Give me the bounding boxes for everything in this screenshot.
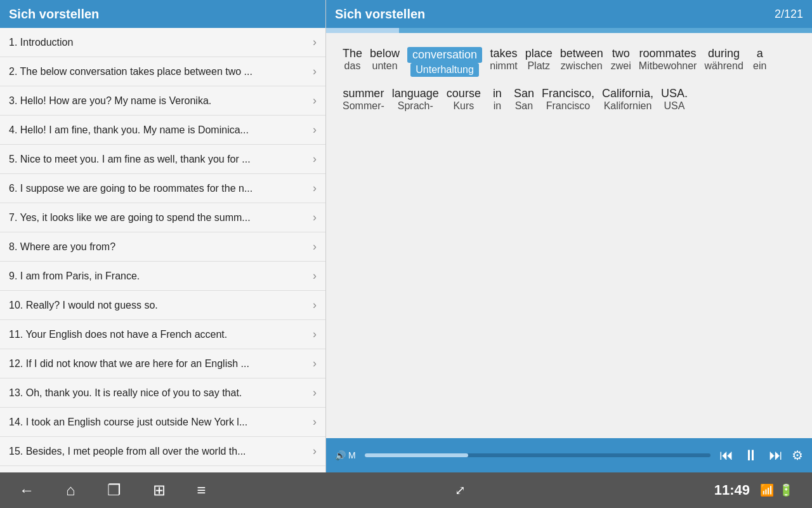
word-english: place [525, 47, 553, 60]
word-german: Francisco [546, 100, 590, 112]
nav-right: 11:49 📶 🔋 [714, 482, 793, 498]
word-english: conversation [407, 47, 482, 63]
word-german: in [494, 100, 501, 112]
menu-button[interactable]: ≡ [197, 481, 206, 499]
translation-content: ThedasbelowuntenconversationUnterhaltung… [326, 33, 812, 438]
list-item-text: 14. I took an English course just outsid… [9, 417, 247, 428]
word-cell: takesnimmt [486, 46, 521, 73]
word-german: unten [372, 60, 398, 72]
page-number: 2/121 [775, 8, 803, 21]
chevron-icon: › [313, 240, 317, 253]
word-english: takes [490, 47, 517, 60]
list-item-text: 5. Nice to meet you. I am fine as well, … [9, 154, 251, 165]
nav-icons: ← ⌂ ❐ ⊞ ≡ [19, 481, 206, 499]
list-item[interactable]: 14. I took an English course just outsid… [0, 408, 325, 437]
left-title: Sich vorstellen [9, 7, 99, 22]
volume-icon: 🔊 [335, 450, 346, 460]
word-cell: duringwährend [700, 46, 747, 73]
progress-bar-fill [326, 28, 399, 33]
chevron-icon: › [313, 123, 317, 137]
volume-control: 🔊 M [335, 450, 356, 460]
list-item[interactable]: 3. Hello! How are you? My name is Veroni… [0, 86, 325, 116]
list-item-text: 6. I suppose we are going to be roommate… [9, 183, 252, 194]
player-controls: ⏮ ⏸ ⏭ [719, 446, 783, 464]
word-cell: courseKurs [443, 86, 485, 113]
word-english: language [392, 87, 439, 100]
list-item[interactable]: 4. Hello! I am fine, thank you. My name … [0, 116, 325, 145]
chevron-icon: › [313, 65, 317, 78]
wifi-icon: 📶 [760, 483, 774, 497]
word-english: summer [343, 87, 384, 100]
list-item[interactable]: 13. Oh, thank you. It is really nice of … [0, 378, 325, 408]
word-cell: California,Kalifornien [598, 86, 657, 113]
list-item-text: 12. If I did not know that we are here f… [9, 358, 249, 370]
chevron-icon: › [313, 152, 317, 166]
list-item[interactable]: 5. Nice to meet you. I am fine as well, … [0, 145, 325, 174]
word-cell: belowunten [366, 46, 403, 73]
word-english: below [370, 47, 400, 60]
list-item[interactable]: 11. Your English does not have a French … [0, 320, 325, 349]
word-german: das [344, 60, 361, 72]
word-english: The [343, 47, 362, 60]
chevron-icon: › [313, 36, 317, 49]
translation-row: ThedasbelowuntenconversationUnterhaltung… [339, 46, 799, 78]
settings-button[interactable]: ⚙ [792, 448, 803, 463]
status-icons: 📶 🔋 [760, 483, 793, 497]
word-german: Kurs [453, 100, 474, 112]
word-german: Platz [527, 60, 550, 72]
list-item[interactable]: 12. If I did not know that we are here f… [0, 349, 325, 378]
list-item-text: 13. Oh, thank you. It is really nice of … [9, 387, 242, 399]
word-german: Sommer- [343, 100, 384, 112]
list-item-text: 1. Introduction [9, 37, 73, 48]
word-english: USA. [661, 87, 688, 100]
list-item[interactable]: 16. Chatting with one's friends in Engli… [0, 466, 325, 472]
list-item[interactable]: 6. I suppose we are going to be roommate… [0, 174, 325, 203]
list-item[interactable]: 1. Introduction› [0, 28, 325, 57]
chevron-icon: › [313, 269, 317, 283]
clock: 11:49 [714, 482, 750, 498]
word-english: San [514, 87, 534, 100]
word-german: zwischen [561, 60, 603, 72]
word-cell: USA.USA [657, 86, 691, 113]
right-header: Sich vorstellen 2/121 [326, 0, 812, 28]
chevron-icon: › [313, 386, 317, 399]
grid-button[interactable]: ⊞ [153, 481, 166, 499]
word-english: between [560, 47, 603, 60]
translation-row: summerSommer-languageSprach-courseKursin… [339, 86, 799, 113]
word-english: California, [602, 87, 653, 100]
word-cell: SanSan [510, 86, 538, 113]
word-english: in [493, 87, 502, 100]
left-panel: Sich vorstellen 1. Introduction›2. The b… [0, 0, 326, 472]
list-item[interactable]: 8. Where are you from?› [0, 232, 325, 262]
play-pause-button[interactable]: ⏸ [743, 446, 759, 464]
list-item[interactable]: 10. Really? I would not guess so.› [0, 291, 325, 320]
list-item[interactable]: 15. Besides, I met people from all over … [0, 437, 325, 466]
list-item[interactable]: 7. Yes, it looks like we are going to sp… [0, 203, 325, 232]
player-progress[interactable] [365, 453, 710, 457]
right-panel: Sich vorstellen 2/121 Thedasbelowuntenco… [326, 0, 812, 472]
progress-track[interactable] [365, 453, 710, 457]
list-item[interactable]: 2. The below conversation takes place be… [0, 57, 325, 86]
list-item[interactable]: 9. I am from Paris, in France.› [0, 262, 325, 291]
word-german: USA [664, 100, 685, 112]
word-english: course [447, 87, 481, 100]
rewind-button[interactable]: ⏮ [719, 447, 733, 464]
word-english: during [708, 47, 740, 60]
battery-icon: 🔋 [779, 483, 793, 497]
chevron-icon: › [313, 328, 317, 341]
word-german: Unterhaltung [410, 63, 479, 77]
word-english: a [757, 47, 763, 60]
back-button[interactable]: ← [19, 481, 34, 499]
word-german: Kalifornien [604, 100, 652, 112]
home-button[interactable]: ⌂ [66, 481, 75, 499]
windows-button[interactable]: ❐ [107, 481, 121, 499]
word-cell[interactable]: conversationUnterhaltung [403, 46, 486, 78]
word-cell: languageSprach- [388, 86, 443, 113]
word-cell: aein [747, 46, 773, 73]
chevron-icon: › [313, 444, 317, 458]
word-german: ein [753, 60, 766, 72]
word-cell: Francisco,Francisco [538, 86, 598, 113]
word-english: two [612, 47, 630, 60]
expand-button[interactable]: ⤢ [455, 483, 466, 498]
forward-button[interactable]: ⏭ [769, 447, 783, 464]
